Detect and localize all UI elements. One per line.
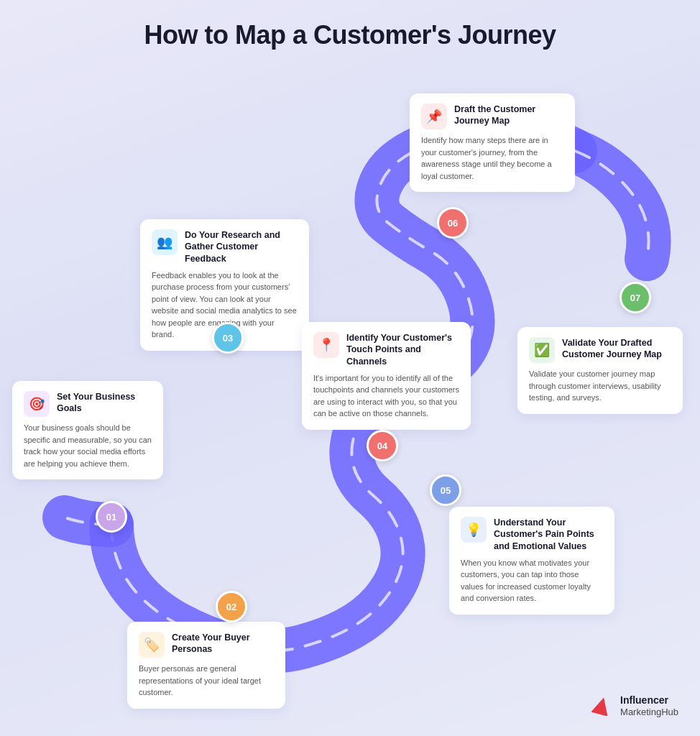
brand-logo: Influencer MarketingHub — [591, 694, 678, 719]
step-icon-03: 👥 — [152, 229, 178, 255]
step-num-06: 06 — [437, 207, 469, 239]
step-num-02: 02 — [216, 591, 247, 622]
svg-marker-0 — [591, 696, 612, 716]
step-num-03: 03 — [212, 322, 244, 354]
step-icon-01: 🎯 — [24, 391, 50, 417]
step-card-06: 📌 Draft the Customer Journey Map Identif… — [410, 93, 575, 192]
step-num-05: 05 — [430, 474, 461, 506]
step-num-07: 07 — [620, 282, 651, 313]
step-icon-04: 📍 — [313, 332, 339, 358]
step-icon-07: ✅ — [529, 337, 555, 363]
step-num-04: 04 — [367, 430, 398, 461]
page-title: How to Map a Customer's Journey — [0, 0, 700, 50]
step-num-01: 01 — [96, 501, 127, 533]
step-icon-05: 💡 — [461, 517, 487, 543]
step-card-04: 📍 Identify Your Customer's Touch Points … — [302, 322, 471, 430]
step-card-02: 🏷️ Create Your Buyer Personas Buyer pers… — [127, 622, 285, 709]
step-icon-06: 📌 — [421, 104, 447, 129]
step-card-05: 💡 Understand Your Customer's Pain Points… — [449, 507, 614, 615]
step-card-01: 🎯 Set Your Business Goals Your business … — [12, 381, 163, 479]
step-icon-02: 🏷️ — [139, 632, 165, 658]
step-card-07: ✅ Validate Your Drafted Customer Journey… — [517, 327, 683, 414]
